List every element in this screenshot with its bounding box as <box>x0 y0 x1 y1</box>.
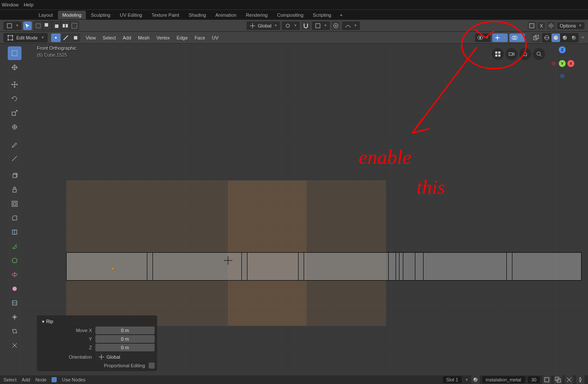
menu-edge[interactable]: Edge <box>175 34 189 41</box>
move-tool[interactable] <box>8 78 21 91</box>
wireframe-shading[interactable] <box>542 33 551 42</box>
nav-gizmo[interactable]: Z Y X <box>549 46 575 76</box>
options-dropdown[interactable]: Options▼ <box>557 22 585 29</box>
pin-icon[interactable] <box>576 375 585 384</box>
use-nodes-checkbox[interactable] <box>52 377 57 382</box>
camera-view-icon[interactable] <box>506 48 518 60</box>
menu-mesh[interactable]: Mesh <box>136 34 151 41</box>
show-gizmo-toggle[interactable]: ▼ <box>492 33 508 42</box>
select-intersect-icon[interactable] <box>52 21 61 30</box>
prop-edit-checkbox[interactable] <box>149 363 155 369</box>
axis-x[interactable]: X <box>567 60 574 67</box>
toggle-quadview-icon[interactable] <box>492 48 504 60</box>
transform-orientation-select[interactable]: Global▼ <box>247 21 280 30</box>
menu-window[interactable]: Window <box>2 2 18 7</box>
spin-tool[interactable] <box>8 268 21 281</box>
cursor-tool[interactable] <box>8 60 21 74</box>
material-name-field[interactable]: instalation_metal <box>482 376 525 383</box>
add-workspace-button[interactable]: + <box>336 11 346 19</box>
extrude-tool[interactable] <box>8 183 21 197</box>
inset-tool[interactable] <box>8 197 21 211</box>
pivot-select[interactable]: ▼ <box>282 21 300 30</box>
tab-uv-editing[interactable]: UV Editing <box>116 11 146 19</box>
matprev-shading[interactable] <box>561 33 569 42</box>
viewport-3d[interactable]: Front Orthographic (6) Cube.1525 <box>6 44 584 375</box>
menu-uv[interactable]: UV <box>210 34 220 41</box>
operator-title[interactable]: Rip <box>40 317 155 326</box>
select-invert-icon[interactable] <box>61 21 70 30</box>
tab-scripting[interactable]: Scripting <box>308 11 335 19</box>
axis-y[interactable]: Y <box>559 60 566 67</box>
select-box-tool[interactable] <box>8 46 21 60</box>
add-cube-tool[interactable] <box>8 169 21 182</box>
tab-modeling[interactable]: Modeling <box>58 11 86 19</box>
select-diff-icon[interactable] <box>70 21 79 30</box>
smooth-tool[interactable] <box>8 282 21 296</box>
cursor-tool-icon[interactable] <box>23 21 32 30</box>
loopcut-tool[interactable] <box>8 225 21 239</box>
vertex-select-mode[interactable] <box>51 33 61 42</box>
editor-type-select[interactable]: ▼ <box>3 21 21 30</box>
menu-help[interactable]: Help <box>24 2 34 7</box>
menu-view[interactable]: View <box>84 34 97 41</box>
mirror-icon[interactable] <box>547 21 555 30</box>
axis-neg-z[interactable] <box>560 74 564 78</box>
move-z-field[interactable]: 0 m <box>95 344 155 351</box>
bevel-tool[interactable] <box>8 211 21 225</box>
material-sphere-icon[interactable] <box>471 375 480 384</box>
frame-field[interactable]: 30 <box>528 376 540 383</box>
polybuild-tool[interactable] <box>8 254 21 267</box>
slot-select[interactable]: Slot 1 <box>443 376 462 383</box>
status-select[interactable]: Select <box>3 377 17 382</box>
edge-select-mode[interactable] <box>61 33 70 42</box>
menu-vertex[interactable]: Vertex <box>155 34 171 41</box>
transform-tool[interactable] <box>8 120 21 134</box>
axis-z[interactable]: Z <box>559 46 566 53</box>
proportional-edit-toggle[interactable] <box>332 21 340 30</box>
tab-animation[interactable]: Animation <box>211 11 241 19</box>
move-y-field[interactable]: 0 m <box>95 335 155 343</box>
annotate-tool[interactable] <box>8 137 21 151</box>
axis-neg-x[interactable] <box>551 61 556 66</box>
move-x-field[interactable]: 0 m <box>95 327 155 334</box>
edgeslide-tool[interactable] <box>8 296 21 310</box>
snap-mode-select[interactable]: ▼ <box>312 21 330 30</box>
tab-layout[interactable]: Layout <box>34 11 57 19</box>
tab-sculpting[interactable]: Sculpting <box>87 11 115 19</box>
menu-select[interactable]: Select <box>101 34 118 41</box>
menu-add[interactable]: Add <box>121 34 133 41</box>
interaction-mode-select[interactable]: Edit Mode▼ <box>3 33 48 42</box>
mesh-filter-icon[interactable] <box>527 21 536 30</box>
proportional-falloff-select[interactable]: ▼ <box>342 21 360 30</box>
unlink-material-icon[interactable] <box>565 375 573 384</box>
view-object-types[interactable]: ▼ <box>475 33 491 42</box>
select-extend-icon[interactable] <box>34 21 43 30</box>
status-add[interactable]: Add <box>22 377 30 382</box>
show-overlays-toggle[interactable]: ▼ <box>509 33 525 42</box>
zoom-view-icon[interactable] <box>533 48 545 60</box>
face-select-mode[interactable] <box>71 33 80 42</box>
tab-rendering[interactable]: Rendering <box>241 11 272 19</box>
knife-tool[interactable] <box>8 239 21 253</box>
overlay-x-badge[interactable]: X <box>538 22 545 29</box>
shrink-tool[interactable] <box>8 310 21 324</box>
copy-material-icon[interactable] <box>554 375 562 384</box>
operator-panel-rip[interactable]: Rip Move X0 m Y0 m Z0 m OrientationGloba… <box>37 315 157 371</box>
orientation-select[interactable]: Global <box>95 352 155 362</box>
tab-compositing[interactable]: Compositing <box>273 11 308 19</box>
rotate-tool[interactable] <box>8 92 21 106</box>
scale-tool[interactable] <box>8 106 21 120</box>
new-material-icon[interactable] <box>542 375 551 384</box>
xray-toggle[interactable] <box>532 33 540 42</box>
rip-tool[interactable] <box>8 339 21 352</box>
menu-face[interactable]: Face <box>193 34 207 41</box>
rendered-shading[interactable] <box>570 33 578 42</box>
snap-toggle[interactable] <box>302 21 310 30</box>
tab-shading[interactable]: Shading <box>184 11 210 19</box>
select-subtract-icon[interactable] <box>43 21 52 30</box>
tab-texture-paint[interactable]: Texture Paint <box>147 11 183 19</box>
status-node[interactable]: Node <box>35 377 46 382</box>
shear-tool[interactable] <box>8 324 21 338</box>
pan-view-icon[interactable] <box>519 48 531 60</box>
solid-shading[interactable] <box>551 33 560 42</box>
